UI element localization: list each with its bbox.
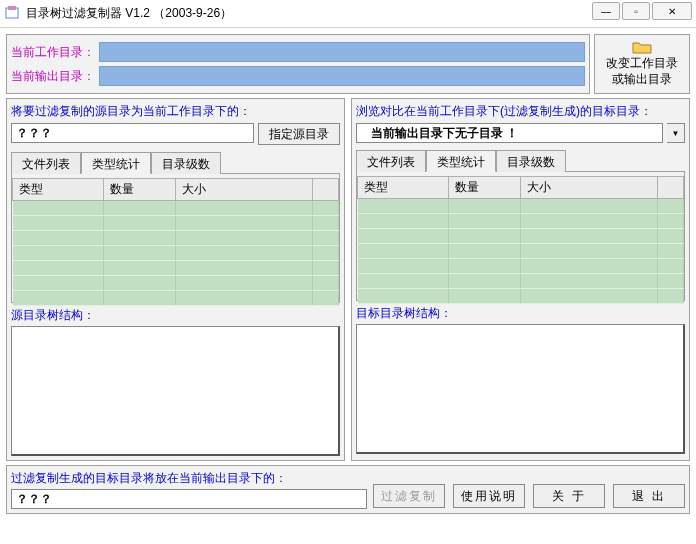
tab-file-list[interactable]: 文件列表 [11,152,81,174]
help-button[interactable]: 使用说明 [453,484,525,508]
table-row [13,216,339,231]
tab-dir-levels[interactable]: 目录级数 [496,150,566,172]
table-row [13,246,339,261]
target-panel: 浏览对比在当前工作目录下(过滤复制生成)的目标目录： 当前输出目录下无子目录 ！… [351,98,690,461]
table-row [358,289,684,304]
source-tree-label: 源目录树结构： [11,307,340,324]
col-size[interactable]: 大小 [520,177,657,199]
target-tab-content: 类型 数量 大小 [356,171,685,301]
target-dir-dropdown[interactable]: 当前输出目录下无子目录 ！ [356,123,663,143]
table-row [13,276,339,291]
directory-display-box: 当前工作目录： 当前输出目录： [6,34,590,94]
filter-copy-button[interactable]: 过滤复制 [373,484,445,508]
source-tree-view[interactable] [11,326,340,456]
target-tree-label: 目标目录树结构： [356,305,685,322]
folder-icon [632,40,652,54]
source-panel: 将要过滤复制的源目录为当前工作目录下的： ？？？ 指定源目录 文件列表 类型统计… [6,98,345,461]
col-size[interactable]: 大小 [175,179,312,201]
col-count[interactable]: 数量 [449,177,521,199]
tab-dir-levels[interactable]: 目录级数 [151,152,221,174]
tab-type-stats[interactable]: 类型统计 [426,150,496,172]
table-row [358,274,684,289]
table-row [358,199,684,214]
about-button[interactable]: 关 于 [533,484,605,508]
output-dir-value [99,66,585,86]
table-row [13,261,339,276]
table-row [13,231,339,246]
target-tree-view[interactable] [356,324,685,454]
app-icon [4,4,20,23]
change-btn-line2: 或输出目录 [612,72,672,88]
target-stats-table: 类型 数量 大小 [357,176,684,304]
col-count[interactable]: 数量 [104,179,176,201]
target-tabs: 文件列表 类型统计 目录级数 [356,149,685,171]
output-target-label: 过滤复制生成的目标目录将放在当前输出目录下的： [11,470,367,487]
table-row [13,201,339,216]
work-dir-value [99,42,585,62]
source-panel-header: 将要过滤复制的源目录为当前工作目录下的： [11,103,340,119]
change-btn-line1: 改变工作目录 [606,56,678,72]
target-panel-header: 浏览对比在当前工作目录下(过滤复制生成)的目标目录： [356,103,685,119]
maximize-button[interactable]: ▫ [622,2,650,20]
window-title: 目录树过滤复制器 V1.2 （2003-9-26） [26,5,232,22]
dropdown-chevron-icon[interactable]: ▼ [667,123,685,143]
source-stats-table: 类型 数量 大小 [12,178,339,306]
table-row [358,214,684,229]
specify-source-button[interactable]: 指定源目录 [258,123,340,145]
source-tabs: 文件列表 类型统计 目录级数 [11,151,340,173]
col-type[interactable]: 类型 [358,177,449,199]
svg-rect-1 [8,6,16,10]
change-directory-button[interactable]: 改变工作目录 或输出目录 [594,34,690,94]
output-target-input[interactable]: ？？？ [11,489,367,509]
minimize-button[interactable]: ― [592,2,620,20]
source-dir-input[interactable]: ？？？ [11,123,254,143]
table-row [13,291,339,306]
output-dir-label: 当前输出目录： [11,68,99,85]
table-row [358,229,684,244]
title-bar: 目录树过滤复制器 V1.2 （2003-9-26） ― ▫ ✕ [0,0,696,28]
table-row [358,259,684,274]
table-row [358,244,684,259]
bottom-bar: 过滤复制生成的目标目录将放在当前输出目录下的： ？？？ 过滤复制 使用说明 关 … [6,465,690,514]
close-button[interactable]: ✕ [652,2,692,20]
tab-type-stats[interactable]: 类型统计 [81,152,151,174]
work-dir-label: 当前工作目录： [11,44,99,61]
exit-button[interactable]: 退 出 [613,484,685,508]
source-tab-content: 类型 数量 大小 [11,173,340,303]
tab-file-list[interactable]: 文件列表 [356,150,426,172]
col-type[interactable]: 类型 [13,179,104,201]
